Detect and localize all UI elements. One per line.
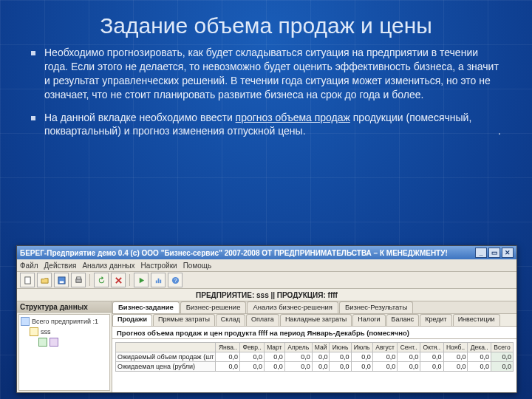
open-icon[interactable] <box>37 273 52 287</box>
tab-налоги[interactable]: Налоги <box>352 314 385 326</box>
bullet-1: Необходимо прогнозировать, как будет скл… <box>31 46 501 102</box>
info-bar: ПРЕДПРИЯТИЕ: sss || ПРОДУКЦИЯ: ffff <box>17 289 516 301</box>
help-icon[interactable]: ? <box>168 273 183 287</box>
slide-title: Задание объема продаж и цены <box>0 0 532 46</box>
titlebar[interactable]: БЕРЕГ-Предприятие демо 0.4 (с) ООО "Бизн… <box>17 246 516 259</box>
menu-анализ данных[interactable]: Анализ данных <box>82 262 134 270</box>
tree-view[interactable]: Всего предприятий :1 sss <box>18 314 110 391</box>
window-title: БЕРЕГ-Предприятие демо 0.4 (с) ООО "Бизн… <box>20 249 448 257</box>
doc-icon[interactable] <box>20 273 35 287</box>
tab-баланс[interactable]: Баланс <box>386 314 420 326</box>
tab-склад[interactable]: Склад <box>216 314 245 326</box>
print-icon[interactable] <box>71 273 86 287</box>
toolbar: ? <box>17 272 516 289</box>
menu-настройки[interactable]: Настройки <box>141 262 177 270</box>
svg-text:?: ? <box>174 277 177 284</box>
trailing-dot: . <box>498 124 501 138</box>
tab-прямые-затраты[interactable]: Прямые затраты <box>153 314 215 326</box>
tree-subicons[interactable] <box>21 337 108 347</box>
sidebar: Структура данных Всего предприятий :1 ss… <box>17 301 112 392</box>
run-icon[interactable] <box>134 273 149 287</box>
tab-накладные-затраты[interactable]: Накладные затраты <box>280 314 352 326</box>
tab-бизнес-результаты[interactable]: Бизнес-Результаты <box>339 301 413 313</box>
tab-bar-main: Бизнес-заданиеБизнес-решениеАнализ бизне… <box>112 301 516 314</box>
app-window: БЕРЕГ-Предприятие демо 0.4 (с) ООО "Бизн… <box>16 245 517 393</box>
svg-rect-3 <box>75 279 81 282</box>
chart-icon[interactable] <box>151 273 166 287</box>
maximize-button[interactable]: ▭ <box>488 248 500 258</box>
svg-rect-2 <box>59 281 64 283</box>
tab-продажи[interactable]: Продажи <box>112 314 152 326</box>
grid-caption: Прогноз объема продаж и цен продукта fff… <box>112 327 516 339</box>
save-icon[interactable] <box>54 273 69 287</box>
org-icon <box>21 317 30 326</box>
product-icon <box>38 338 47 347</box>
svg-rect-7 <box>160 279 161 283</box>
close-button[interactable]: ✕ <box>502 248 514 258</box>
sidebar-header: Структура данных <box>17 301 112 313</box>
tab-бизнес-решение[interactable]: Бизнес-решение <box>180 301 247 313</box>
svg-rect-0 <box>24 276 30 283</box>
table-row[interactable]: Ожидаемый объем продаж (шт0,00,00,00,00,… <box>116 352 514 362</box>
bullet-2: На данной вкладке необходимо ввести прог… <box>31 111 501 139</box>
menu-помощь[interactable]: Помощь <box>183 262 212 270</box>
refresh-icon[interactable] <box>94 273 109 287</box>
folder-icon <box>30 327 38 336</box>
tab-бизнес-задание[interactable]: Бизнес-задание <box>112 301 180 313</box>
bullet-2-a: На данной вкладке необходимо ввести <box>44 112 236 123</box>
tab-bar-sub: ПродажиПрямые затратыСкладОплатаНакладны… <box>112 314 516 327</box>
delete-icon[interactable] <box>111 273 126 287</box>
tree-item[interactable]: sss <box>21 327 108 337</box>
menu-действия[interactable]: Действия <box>44 262 77 270</box>
db-icon <box>50 338 58 347</box>
menu-bar: ФайлДействияАнализ данныхНастройкиПомощь <box>17 259 516 272</box>
tab-анализ-бизнес-решения[interactable]: Анализ бизнес-решения <box>247 301 338 313</box>
tree-summary: Всего предприятий :1 <box>21 316 108 327</box>
tab-оплата[interactable]: Оплата <box>246 314 279 326</box>
tab-кредит[interactable]: Кредит <box>420 314 451 326</box>
menu-файл[interactable]: Файл <box>20 262 38 270</box>
data-grid[interactable]: Янва..Февр..МартАпрельМайИюньИюльАвгустС… <box>112 339 516 392</box>
svg-rect-6 <box>157 278 159 282</box>
tab-инвестиции[interactable]: Инвестиции <box>453 314 500 326</box>
table-row[interactable]: Ожидаемая цена (рубли)0,00,00,00,00,00,0… <box>116 362 514 372</box>
svg-rect-4 <box>76 276 81 279</box>
minimize-button[interactable]: _ <box>475 248 487 258</box>
svg-rect-5 <box>155 280 157 283</box>
bullet-2-underline: прогноз объема продаж <box>236 112 350 123</box>
